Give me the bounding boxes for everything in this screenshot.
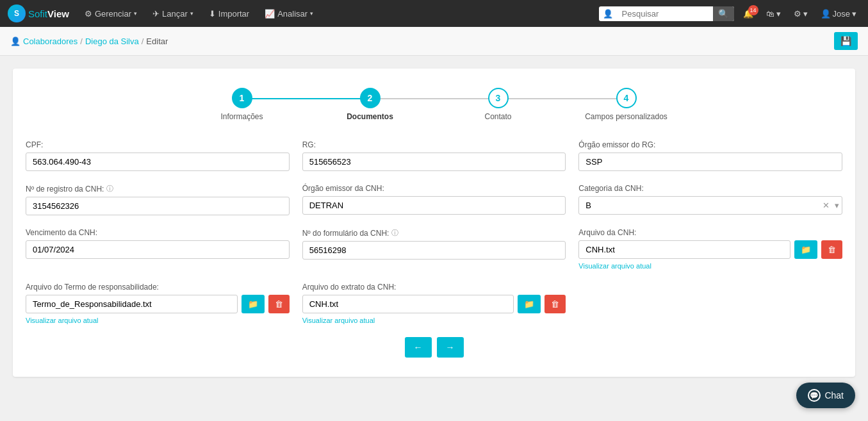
breadcrumb: 👤 Colaboradores / Diego da Silva / Edita… [10, 37, 168, 46]
back-button[interactable]: ← [405, 337, 432, 358]
chevron-down-icon: ▾ [776, 9, 781, 19]
select-clear-icon[interactable]: ✕ [820, 201, 832, 210]
arquivo-cnh-group: Arquivo da CNH: 📁 🗑 Visualizar arquivo a… [578, 228, 842, 270]
step-label-4: Campos personalizados [585, 112, 667, 121]
nav-lancar[interactable]: ✈ Lançar ▾ [146, 5, 200, 22]
step-circle-4: 4 [616, 88, 637, 108]
orgao-rg-input[interactable] [578, 153, 842, 171]
step-label-2: Documentos [347, 112, 393, 121]
chevron-down-icon: ▾ [190, 10, 193, 17]
breadcrumb-diego[interactable]: Diego da Silva [85, 37, 139, 46]
categoria-cnh-label: Categoria da CNH: [578, 184, 842, 193]
arquivo-cnh-view-link[interactable]: Visualizar arquivo atual [578, 262, 842, 270]
form-card: 1 Informações 2 Documentos 3 Contato [13, 69, 855, 377]
bag-button[interactable]: 🛍 ▾ [762, 6, 785, 21]
next-button[interactable]: → [437, 337, 464, 358]
chevron-down-icon: ▾ [134, 10, 137, 17]
step-label-1: Informações [220, 112, 263, 121]
breadcrumb-editar: Editar [146, 37, 168, 46]
vencimento-group: Vencimento da CNH: [26, 228, 290, 270]
step-circle-1: 1 [232, 88, 252, 108]
termo-input[interactable] [26, 295, 238, 313]
rg-input[interactable] [302, 153, 566, 171]
notification-badge: 14 [748, 5, 758, 15]
user-menu[interactable]: 👤 Jose ▾ [817, 6, 860, 21]
form-row-1: CPF: RG: Órgão emissor do RG: [26, 140, 842, 171]
cpf-input[interactable] [26, 153, 290, 171]
step-1: 1 Informações [178, 88, 306, 121]
bag-icon: 🛍 [766, 9, 774, 19]
nav-gerenciar[interactable]: ⚙ Gerenciar ▾ [78, 5, 143, 22]
chevron-down-icon: ▾ [803, 9, 808, 19]
placeholder-group [578, 283, 842, 324]
gear-icon: ⚙ [85, 9, 92, 19]
orgao-cnh-group: Órgão emissor da CNH: [302, 184, 566, 215]
chart-icon: 📈 [265, 9, 275, 19]
extrato-view-link[interactable]: Visualizar arquivo atual [302, 317, 566, 324]
nav-importar[interactable]: ⬇ Importar [202, 5, 256, 22]
vencimento-input[interactable] [26, 240, 290, 259]
help-icon[interactable]: ⓘ [106, 184, 113, 194]
chat-button[interactable]: 💬 Chat [796, 383, 855, 390]
termo-view-link[interactable]: Visualizar arquivo atual [26, 317, 290, 324]
extrato-group: Arquivo do extrato da CNH: 📁 🗑 Visualiza… [302, 283, 566, 324]
nav-buttons: ← → [26, 337, 842, 358]
step-3: 3 Contato [434, 88, 562, 121]
save-button[interactable]: 💾 [834, 32, 858, 50]
person-icon: 👤 [10, 37, 20, 46]
categoria-cnh-select-wrapper: B A AB C D E ✕ ▾ [578, 196, 842, 215]
chevron-down-icon: ▾ [832, 201, 842, 210]
extrato-folder-btn[interactable]: 📁 [518, 295, 541, 313]
cpf-group: CPF: [26, 140, 290, 171]
termo-folder-btn[interactable]: 📁 [242, 295, 265, 313]
arquivo-cnh-delete-btn[interactable]: 🗑 [821, 240, 842, 259]
extrato-label: Arquivo do extrato da CNH: [302, 283, 566, 292]
orgao-rg-label: Órgão emissor do RG: [578, 140, 842, 149]
extrato-file-group: 📁 🗑 [302, 295, 566, 313]
stepper: 1 Informações 2 Documentos 3 Contato [26, 88, 842, 121]
formulario-group: Nº do formulário da CNH: ⓘ [302, 228, 566, 270]
arquivo-cnh-label: Arquivo da CNH: [578, 228, 842, 237]
launch-icon: ✈ [152, 9, 160, 19]
vencimento-label: Vencimento da CNH: [26, 228, 290, 237]
extrato-delete-btn[interactable]: 🗑 [545, 295, 566, 313]
search-box[interactable]: 👤 🔍 [599, 6, 734, 21]
nav-analisar[interactable]: 📈 Analisar ▾ [258, 5, 320, 22]
categoria-cnh-group: Categoria da CNH: B A AB C D E ✕ ▾ [578, 184, 842, 215]
chevron-down-icon: ▾ [310, 10, 313, 17]
search-button[interactable]: 🔍 [713, 6, 734, 21]
step-4: 4 Campos personalizados [562, 88, 691, 121]
categoria-cnh-select[interactable]: B A AB C D E [579, 197, 820, 214]
formulario-input[interactable] [302, 241, 566, 260]
form-row-2: Nº de registro da CNH: ⓘ Órgão emissor d… [26, 184, 842, 215]
chat-icon: 💬 [808, 389, 821, 390]
brand-logo: S [8, 4, 26, 22]
brand: S SofitView [8, 4, 69, 22]
navbar-right: 👤 🔍 🔔 14 🛍 ▾ ⚙ ▾ 👤 Jose ▾ [599, 6, 860, 21]
main-content: 1 Informações 2 Documentos 3 Contato [0, 56, 868, 390]
form-row-3: Vencimento da CNH: Nº do formulário da C… [26, 228, 842, 270]
arquivo-cnh-input[interactable] [578, 240, 790, 259]
arquivo-cnh-file-group: 📁 🗑 [578, 240, 842, 259]
cnh-reg-group: Nº de registro da CNH: ⓘ [26, 184, 290, 215]
settings-button[interactable]: ⚙ ▾ [790, 6, 812, 21]
user-icon: 👤 [821, 9, 831, 19]
breadcrumb-colaboradores[interactable]: Colaboradores [23, 37, 78, 46]
notifications-button[interactable]: 🔔 14 [739, 6, 757, 21]
cpf-label: CPF: [26, 140, 290, 149]
help-icon[interactable]: ⓘ [391, 228, 398, 238]
search-input[interactable] [617, 6, 713, 21]
brand-name: SofitView [28, 8, 69, 19]
formulario-label: Nº do formulário da CNH: ⓘ [302, 228, 566, 238]
cnh-reg-input[interactable] [26, 197, 290, 215]
navbar: S SofitView ⚙ Gerenciar ▾ ✈ Lançar ▾ ⬇ I… [0, 0, 868, 27]
orgao-cnh-input[interactable] [302, 196, 566, 215]
form-row-4: Arquivo do Termo de responsabilidade: 📁 … [26, 283, 842, 324]
breadcrumb-bar: 👤 Colaboradores / Diego da Silva / Edita… [0, 27, 868, 56]
import-icon: ⬇ [209, 9, 216, 19]
rg-group: RG: [302, 140, 566, 171]
arquivo-cnh-folder-btn[interactable]: 📁 [794, 240, 817, 259]
termo-delete-btn[interactable]: 🗑 [268, 295, 290, 313]
extrato-input[interactable] [302, 295, 514, 313]
step-circle-3: 3 [488, 88, 509, 108]
